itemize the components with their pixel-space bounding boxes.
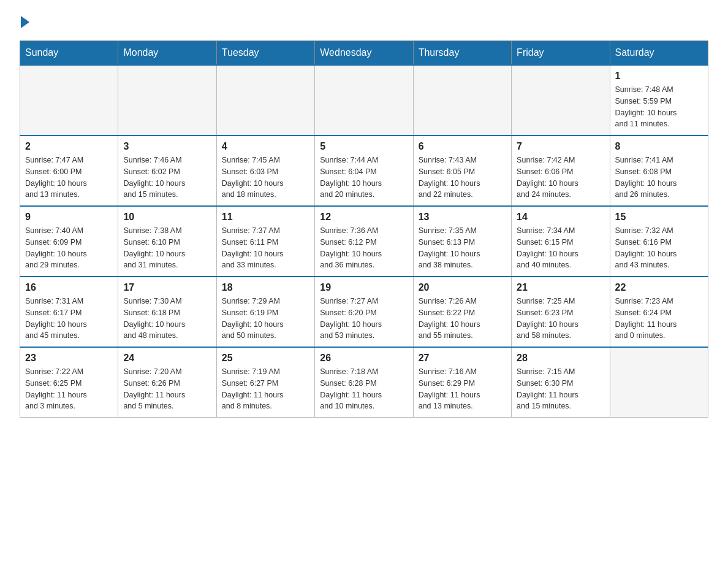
day-number: 6: [419, 141, 506, 152]
day-info: Sunrise: 7:31 AM Sunset: 6:17 PM Dayligh…: [25, 296, 113, 342]
calendar-week-row: 1Sunrise: 7:48 AM Sunset: 5:59 PM Daylig…: [20, 65, 708, 136]
calendar-day-cell: 19Sunrise: 7:27 AM Sunset: 6:20 PM Dayli…: [315, 277, 413, 347]
day-info: Sunrise: 7:48 AM Sunset: 5:59 PM Dayligh…: [615, 84, 703, 130]
day-number: 23: [25, 353, 113, 364]
day-of-week-header: Saturday: [610, 41, 708, 66]
calendar-day-cell: [118, 65, 216, 136]
day-number: 21: [517, 282, 604, 293]
calendar-day-cell: [216, 65, 314, 136]
day-info: Sunrise: 7:32 AM Sunset: 6:16 PM Dayligh…: [615, 225, 703, 271]
day-number: 16: [25, 282, 113, 293]
day-info: Sunrise: 7:45 AM Sunset: 6:03 PM Dayligh…: [222, 155, 309, 201]
calendar-day-cell: 7Sunrise: 7:42 AM Sunset: 6:06 PM Daylig…: [512, 136, 610, 206]
day-of-week-header: Wednesday: [315, 41, 413, 66]
day-info: Sunrise: 7:37 AM Sunset: 6:11 PM Dayligh…: [222, 225, 309, 271]
day-info: Sunrise: 7:38 AM Sunset: 6:10 PM Dayligh…: [123, 225, 211, 271]
calendar-day-cell: [20, 65, 118, 136]
calendar-day-cell: 20Sunrise: 7:26 AM Sunset: 6:22 PM Dayli…: [413, 277, 511, 347]
calendar-day-cell: 4Sunrise: 7:45 AM Sunset: 6:03 PM Daylig…: [216, 136, 314, 206]
day-info: Sunrise: 7:47 AM Sunset: 6:00 PM Dayligh…: [25, 155, 113, 201]
day-info: Sunrise: 7:46 AM Sunset: 6:02 PM Dayligh…: [123, 155, 211, 201]
day-of-week-header: Thursday: [413, 41, 511, 66]
day-info: Sunrise: 7:36 AM Sunset: 6:12 PM Dayligh…: [320, 225, 408, 271]
day-info: Sunrise: 7:41 AM Sunset: 6:08 PM Dayligh…: [615, 155, 703, 201]
day-number: 3: [123, 141, 211, 152]
day-info: Sunrise: 7:19 AM Sunset: 6:27 PM Dayligh…: [222, 366, 309, 412]
day-info: Sunrise: 7:43 AM Sunset: 6:05 PM Dayligh…: [419, 155, 506, 201]
day-info: Sunrise: 7:42 AM Sunset: 6:06 PM Dayligh…: [517, 155, 604, 201]
calendar-day-cell: 26Sunrise: 7:18 AM Sunset: 6:28 PM Dayli…: [315, 347, 413, 418]
calendar-day-cell: [413, 65, 511, 136]
calendar-day-cell: 24Sunrise: 7:20 AM Sunset: 6:26 PM Dayli…: [118, 347, 216, 418]
calendar-day-cell: 2Sunrise: 7:47 AM Sunset: 6:00 PM Daylig…: [20, 136, 118, 206]
day-info: Sunrise: 7:30 AM Sunset: 6:18 PM Dayligh…: [123, 296, 211, 342]
calendar-day-cell: 13Sunrise: 7:35 AM Sunset: 6:13 PM Dayli…: [413, 206, 511, 277]
calendar-day-cell: [610, 347, 708, 418]
calendar-week-row: 16Sunrise: 7:31 AM Sunset: 6:17 PM Dayli…: [20, 277, 708, 347]
calendar-day-cell: 18Sunrise: 7:29 AM Sunset: 6:19 PM Dayli…: [216, 277, 314, 347]
day-number: 12: [320, 212, 408, 223]
calendar-day-cell: 17Sunrise: 7:30 AM Sunset: 6:18 PM Dayli…: [118, 277, 216, 347]
calendar-day-cell: 1Sunrise: 7:48 AM Sunset: 5:59 PM Daylig…: [610, 65, 708, 136]
calendar-header-row: SundayMondayTuesdayWednesdayThursdayFrid…: [20, 41, 708, 66]
calendar-day-cell: 12Sunrise: 7:36 AM Sunset: 6:12 PM Dayli…: [315, 206, 413, 277]
day-of-week-header: Sunday: [20, 41, 118, 66]
calendar-day-cell: 8Sunrise: 7:41 AM Sunset: 6:08 PM Daylig…: [610, 136, 708, 206]
day-number: 4: [222, 141, 309, 152]
day-info: Sunrise: 7:26 AM Sunset: 6:22 PM Dayligh…: [419, 296, 506, 342]
day-info: Sunrise: 7:35 AM Sunset: 6:13 PM Dayligh…: [419, 225, 506, 271]
day-number: 20: [419, 282, 506, 293]
calendar-day-cell: 16Sunrise: 7:31 AM Sunset: 6:17 PM Dayli…: [20, 277, 118, 347]
day-number: 9: [25, 212, 113, 223]
day-info: Sunrise: 7:40 AM Sunset: 6:09 PM Dayligh…: [25, 225, 113, 271]
day-info: Sunrise: 7:29 AM Sunset: 6:19 PM Dayligh…: [222, 296, 309, 342]
day-number: 26: [320, 353, 408, 364]
calendar-day-cell: [315, 65, 413, 136]
day-number: 14: [517, 212, 604, 223]
calendar-week-row: 2Sunrise: 7:47 AM Sunset: 6:00 PM Daylig…: [20, 136, 708, 206]
day-info: Sunrise: 7:23 AM Sunset: 6:24 PM Dayligh…: [615, 296, 703, 342]
day-info: Sunrise: 7:34 AM Sunset: 6:15 PM Dayligh…: [517, 225, 604, 271]
day-info: Sunrise: 7:15 AM Sunset: 6:30 PM Dayligh…: [517, 366, 604, 412]
logo: [20, 15, 29, 28]
day-number: 2: [25, 141, 113, 152]
calendar-day-cell: 5Sunrise: 7:44 AM Sunset: 6:04 PM Daylig…: [315, 136, 413, 206]
day-number: 28: [517, 353, 604, 364]
calendar-day-cell: 10Sunrise: 7:38 AM Sunset: 6:10 PM Dayli…: [118, 206, 216, 277]
day-number: 13: [419, 212, 506, 223]
day-info: Sunrise: 7:44 AM Sunset: 6:04 PM Dayligh…: [320, 155, 408, 201]
calendar-day-cell: 22Sunrise: 7:23 AM Sunset: 6:24 PM Dayli…: [610, 277, 708, 347]
day-of-week-header: Tuesday: [216, 41, 314, 66]
calendar-day-cell: 21Sunrise: 7:25 AM Sunset: 6:23 PM Dayli…: [512, 277, 610, 347]
day-number: 25: [222, 353, 309, 364]
calendar-day-cell: 3Sunrise: 7:46 AM Sunset: 6:02 PM Daylig…: [118, 136, 216, 206]
day-number: 18: [222, 282, 309, 293]
day-number: 19: [320, 282, 408, 293]
calendar-day-cell: 11Sunrise: 7:37 AM Sunset: 6:11 PM Dayli…: [216, 206, 314, 277]
day-number: 17: [123, 282, 211, 293]
logo-arrow-icon: [21, 16, 29, 28]
calendar-day-cell: 14Sunrise: 7:34 AM Sunset: 6:15 PM Dayli…: [512, 206, 610, 277]
calendar-day-cell: [512, 65, 610, 136]
calendar-day-cell: 28Sunrise: 7:15 AM Sunset: 6:30 PM Dayli…: [512, 347, 610, 418]
day-number: 10: [123, 212, 211, 223]
day-number: 27: [419, 353, 506, 364]
day-info: Sunrise: 7:25 AM Sunset: 6:23 PM Dayligh…: [517, 296, 604, 342]
day-of-week-header: Friday: [512, 41, 610, 66]
day-of-week-header: Monday: [118, 41, 216, 66]
calendar-week-row: 23Sunrise: 7:22 AM Sunset: 6:25 PM Dayli…: [20, 347, 708, 418]
page-header: [20, 15, 708, 28]
day-info: Sunrise: 7:16 AM Sunset: 6:29 PM Dayligh…: [419, 366, 506, 412]
day-number: 8: [615, 141, 703, 152]
calendar-day-cell: 9Sunrise: 7:40 AM Sunset: 6:09 PM Daylig…: [20, 206, 118, 277]
calendar-day-cell: 27Sunrise: 7:16 AM Sunset: 6:29 PM Dayli…: [413, 347, 511, 418]
day-number: 24: [123, 353, 211, 364]
day-info: Sunrise: 7:18 AM Sunset: 6:28 PM Dayligh…: [320, 366, 408, 412]
day-number: 7: [517, 141, 604, 152]
calendar-day-cell: 6Sunrise: 7:43 AM Sunset: 6:05 PM Daylig…: [413, 136, 511, 206]
day-info: Sunrise: 7:20 AM Sunset: 6:26 PM Dayligh…: [123, 366, 211, 412]
day-info: Sunrise: 7:27 AM Sunset: 6:20 PM Dayligh…: [320, 296, 408, 342]
calendar-day-cell: 25Sunrise: 7:19 AM Sunset: 6:27 PM Dayli…: [216, 347, 314, 418]
day-info: Sunrise: 7:22 AM Sunset: 6:25 PM Dayligh…: [25, 366, 113, 412]
day-number: 22: [615, 282, 703, 293]
